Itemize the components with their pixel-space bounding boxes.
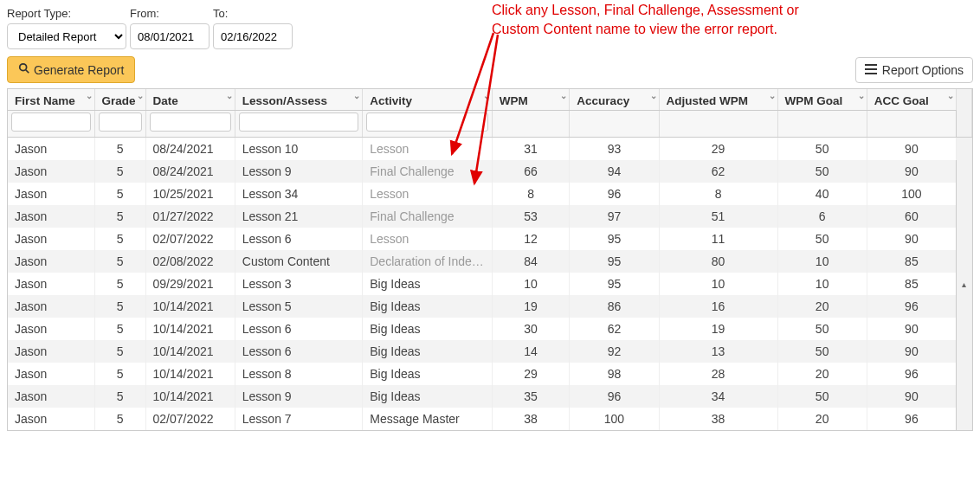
report-options-button[interactable]: Report Options xyxy=(855,57,973,83)
cell-first-name: Jason xyxy=(8,205,94,228)
sort-handle-icon[interactable]: ⌄ xyxy=(483,91,490,100)
col-header[interactable]: Date⌄ xyxy=(145,89,235,111)
from-date-input[interactable] xyxy=(130,23,210,49)
to-label: To: xyxy=(213,7,293,20)
cell-activity[interactable]: Declaration of Indep… xyxy=(363,250,493,273)
cell-wpm: 38 xyxy=(492,408,570,430)
cell-wpm-goal: 10 xyxy=(777,273,867,295)
table-row: Jason510/14/2021Lesson 9Big Ideas3596345… xyxy=(8,385,972,408)
filter-input[interactable] xyxy=(239,112,358,132)
cell-activity[interactable]: Lesson xyxy=(363,228,493,250)
cell-adjusted-wpm: 11 xyxy=(659,228,777,250)
cell-wpm-goal: 50 xyxy=(777,138,867,161)
to-date-input[interactable] xyxy=(213,23,293,49)
cell-adjusted-wpm: 51 xyxy=(659,205,777,228)
cell-accuracy: 86 xyxy=(570,295,659,318)
cell-first-name: Jason xyxy=(8,363,94,385)
cell-lesson: Lesson 10 xyxy=(235,138,362,161)
sort-handle-icon[interactable]: ⌄ xyxy=(353,91,360,100)
cell-lesson: Lesson 3 xyxy=(235,273,362,295)
col-header[interactable]: First Name⌄ xyxy=(8,89,94,111)
filter-input[interactable] xyxy=(366,112,488,132)
col-header[interactable]: WPM⌄ xyxy=(492,89,570,111)
cell-date: 10/14/2021 xyxy=(145,363,235,385)
cell-adjusted-wpm: 29 xyxy=(659,138,777,161)
filter-cell xyxy=(363,111,493,138)
scroll-up-icon[interactable]: ▴ xyxy=(957,280,971,289)
report-options-label: Report Options xyxy=(882,63,964,77)
sort-handle-icon[interactable]: ⌄ xyxy=(226,91,233,100)
cell-lesson: Lesson 6 xyxy=(235,340,362,363)
generate-report-label: Generate Report xyxy=(34,63,124,77)
filter-input[interactable] xyxy=(11,112,91,132)
filter-input[interactable] xyxy=(99,112,142,132)
cell-adjusted-wpm: 62 xyxy=(659,160,777,183)
cell-grade: 5 xyxy=(94,385,145,408)
sort-handle-icon[interactable]: ⌄ xyxy=(769,91,776,100)
cell-wpm: 29 xyxy=(492,363,570,385)
generate-report-button[interactable]: Generate Report xyxy=(7,56,135,83)
cell-accuracy: 96 xyxy=(570,183,659,205)
sort-handle-icon[interactable]: ⌄ xyxy=(858,91,865,100)
col-header[interactable]: Grade⌄ xyxy=(94,89,145,111)
cell-date: 09/29/2021 xyxy=(145,273,235,295)
from-label: From: xyxy=(130,7,210,20)
col-header[interactable]: WPM Goal⌄ xyxy=(777,89,867,111)
col-header[interactable]: Activity⌄ xyxy=(363,89,493,111)
sort-handle-icon[interactable]: ⌄ xyxy=(137,91,144,100)
cell-lesson: Custom Content xyxy=(235,250,362,273)
cell-wpm: 8 xyxy=(492,183,570,205)
filter-input[interactable] xyxy=(150,112,231,132)
cell-acc-goal: 60 xyxy=(867,205,956,228)
cell-accuracy: 100 xyxy=(570,408,659,430)
cell-acc-goal: 96 xyxy=(867,408,956,430)
scrollbar[interactable]: ▴ xyxy=(957,138,972,431)
col-header[interactable]: Lesson/Assess⌄ xyxy=(235,89,362,111)
cell-lesson: Lesson 8 xyxy=(235,363,362,385)
col-header[interactable]: Adjusted WPM⌄ xyxy=(659,89,777,111)
cell-lesson: Lesson 7 xyxy=(235,408,362,430)
cell-first-name: Jason xyxy=(8,385,94,408)
cell-activity[interactable]: Lesson xyxy=(363,138,493,161)
sort-handle-icon[interactable]: ⌄ xyxy=(650,91,657,100)
cell-wpm-goal: 20 xyxy=(777,408,867,430)
cell-wpm-goal: 50 xyxy=(777,385,867,408)
report-type-select[interactable]: Detailed Report xyxy=(7,23,126,49)
sort-handle-icon[interactable]: ⌄ xyxy=(560,91,567,100)
cell-first-name: Jason xyxy=(8,340,94,363)
cell-date: 08/24/2021 xyxy=(145,138,235,161)
cell-wpm: 19 xyxy=(492,295,570,318)
cell-acc-goal: 90 xyxy=(867,385,956,408)
cell-activity: Big Ideas xyxy=(363,295,493,318)
cell-activity[interactable]: Lesson xyxy=(363,183,493,205)
cell-wpm: 14 xyxy=(492,340,570,363)
cell-adjusted-wpm: 8 xyxy=(659,183,777,205)
cell-grade: 5 xyxy=(94,228,145,250)
scroll-col xyxy=(957,89,972,138)
cell-activity[interactable]: Final Challenge xyxy=(363,160,493,183)
table-row: Jason510/14/2021Lesson 6Big Ideas1492135… xyxy=(8,340,972,363)
cell-wpm-goal: 10 xyxy=(777,250,867,273)
sort-handle-icon[interactable]: ⌄ xyxy=(86,91,93,100)
cell-accuracy: 62 xyxy=(570,318,659,340)
cell-wpm-goal: 20 xyxy=(777,295,867,318)
cell-acc-goal: 96 xyxy=(867,295,956,318)
filter-cell xyxy=(492,111,570,138)
table-row: Jason510/25/2021Lesson 34Lesson896840100 xyxy=(8,183,972,205)
sort-handle-icon[interactable]: ⌄ xyxy=(947,91,954,100)
cell-lesson: Lesson 6 xyxy=(235,228,362,250)
col-header[interactable]: Accuracy⌄ xyxy=(570,89,659,111)
cell-accuracy: 96 xyxy=(570,385,659,408)
table-row: Jason508/24/2021Lesson 9Final Challenge6… xyxy=(8,160,972,183)
cell-activity: Big Ideas xyxy=(363,318,493,340)
cell-wpm-goal: 50 xyxy=(777,160,867,183)
from-group: From: xyxy=(130,7,210,49)
col-header[interactable]: ACC Goal⌄ xyxy=(867,89,956,111)
cell-activity[interactable]: Final Challenge xyxy=(363,205,493,228)
cell-grade: 5 xyxy=(94,295,145,318)
table-row: Jason510/14/2021Lesson 8Big Ideas2998282… xyxy=(8,363,972,385)
cell-lesson: Lesson 34 xyxy=(235,183,362,205)
cell-first-name: Jason xyxy=(8,408,94,430)
cell-grade: 5 xyxy=(94,408,145,430)
search-icon xyxy=(18,62,30,77)
